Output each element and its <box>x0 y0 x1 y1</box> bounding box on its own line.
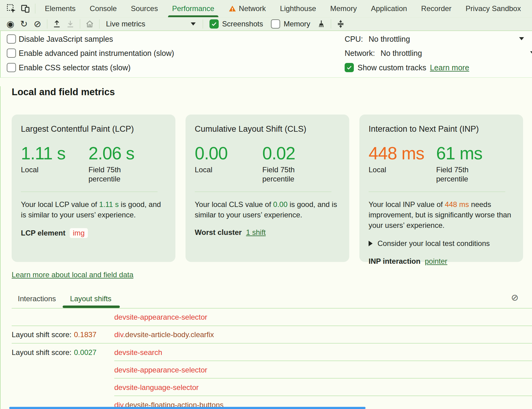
local-test-conditions-disclosure[interactable]: Consider your local test conditions <box>369 239 514 248</box>
layout-shift-row: Layout shift score:0.1837 div.devsite-ar… <box>12 326 532 344</box>
toolbar-divider <box>331 19 331 29</box>
node-link[interactable]: devsite-language-selector <box>114 383 199 391</box>
tab-label: Performance <box>172 4 214 13</box>
score-value: 0.1837 <box>74 330 96 339</box>
css-selector-stats-checkbox[interactable] <box>7 63 16 72</box>
reload-and-record-button[interactable]: ↻ <box>17 18 31 30</box>
css-selector-stats-option[interactable]: Enable CSS selector stats (slow) <box>7 62 131 73</box>
history-dropdown[interactable]: Live metrics <box>102 20 200 28</box>
tab-network[interactable]: Network <box>221 0 273 17</box>
card-divider <box>369 192 505 192</box>
tab-layout-shifts[interactable]: Layout shifts <box>70 294 111 303</box>
tab-sources[interactable]: Sources <box>124 0 165 17</box>
disclosure-label: Consider your local test conditions <box>377 239 490 248</box>
disclosure-triangle-icon <box>369 241 373 246</box>
memory-checkbox[interactable] <box>271 19 280 29</box>
learn-more-local-field-link[interactable]: Learn more about local and field data <box>12 271 133 279</box>
tab-lighthouse[interactable]: Lighthouse <box>273 0 323 17</box>
inp-description: Your local INP value of 448 ms needs imp… <box>369 199 514 231</box>
layout-shift-row: devsite-appearance-selector <box>12 361 532 379</box>
inp-inline-value: 448 ms <box>445 200 469 208</box>
disable-js-samples-option[interactable]: Disable JavaScript samples <box>7 33 113 45</box>
chevron-down-icon <box>519 37 524 40</box>
clear-log-button[interactable]: ⊘ <box>511 293 518 302</box>
live-metrics-view: Local and field metrics Largest Contentf… <box>0 86 532 409</box>
screenshots-toggle[interactable]: Screenshots <box>209 19 263 29</box>
tab-privacy-sandbox[interactable]: Privacy Sandbox <box>459 0 528 17</box>
card-divider <box>21 192 158 192</box>
chevron-down-icon <box>530 51 532 54</box>
disable-js-samples-checkbox[interactable] <box>7 34 16 44</box>
tab-elements[interactable]: Elements <box>38 0 83 17</box>
record-button[interactable]: ◉ <box>4 18 17 30</box>
custom-tracks-learn-more-link[interactable]: Learn more <box>430 63 469 72</box>
tab-application[interactable]: Application <box>364 0 414 17</box>
home-icon <box>85 20 94 28</box>
tab-memory[interactable]: Memory <box>323 0 364 17</box>
inp-interaction-link[interactable]: pointer <box>425 257 447 266</box>
cpu-throttling-select[interactable]: CPU: No throttling <box>345 33 532 45</box>
advanced-paint-option[interactable]: Enable advanced paint instrumentation (s… <box>7 48 174 59</box>
lcp-inline-value: 1.11 s <box>99 200 119 208</box>
node-link[interactable]: devsite-appearance-selector <box>114 313 207 321</box>
cls-field-value: 0.02 <box>262 144 330 163</box>
tab-recorder[interactable]: Recorder <box>414 0 459 17</box>
lcp-element-node-link[interactable]: img <box>70 228 88 238</box>
toolbar-divider <box>80 19 80 29</box>
cls-local-label: Local <box>195 165 244 174</box>
device-toolbar-button[interactable] <box>18 0 33 17</box>
toolbar-divider <box>47 19 47 29</box>
inp-card-title: Interaction to Next Paint (INP) <box>369 124 514 134</box>
show-custom-tracks-checkbox[interactable] <box>345 63 354 72</box>
node-link[interactable]: div <box>114 330 123 339</box>
inspect-element-button[interactable] <box>4 0 18 17</box>
devtools-window: Elements Console Sources Performance Net… <box>0 0 532 409</box>
cls-field-label: Field 75th percentile <box>262 165 311 184</box>
clear-icon: ⊘ <box>511 292 518 303</box>
device-toolbar-icon <box>21 4 30 13</box>
network-throttling-select[interactable]: Network: No throttling <box>345 48 532 59</box>
bottom-scroll-indicator[interactable] <box>9 407 366 409</box>
tab-performance[interactable]: Performance <box>165 0 221 17</box>
clear-button[interactable]: ⊘ <box>31 18 44 30</box>
cpu-value: No throttling <box>369 35 410 44</box>
save-profile-button[interactable] <box>64 18 77 30</box>
tab-label: Application <box>371 4 407 13</box>
collect-garbage-button[interactable] <box>315 18 328 30</box>
lcp-description: Your local LCP value of 1.11 s is good, … <box>21 199 166 220</box>
tab-label: Sources <box>131 4 158 13</box>
local-field-metrics-heading: Local and field metrics <box>12 86 522 98</box>
cls-local-value: 0.00 <box>195 144 262 163</box>
memory-toggle[interactable]: Memory <box>271 19 310 29</box>
screenshots-checkbox[interactable] <box>209 19 219 29</box>
node-link[interactable]: devsite-appearance-selector <box>114 366 207 374</box>
score-label: Layout shift score: <box>12 348 72 356</box>
option-label: Enable CSS selector stats (slow) <box>19 63 131 72</box>
score-label: Layout shift score: <box>12 330 72 339</box>
lcp-field-label: Field 75th percentile <box>88 165 138 184</box>
download-icon <box>66 20 75 28</box>
show-custom-tracks-option[interactable]: Show custom tracks Learn more <box>345 62 469 73</box>
load-profile-button[interactable] <box>50 18 64 30</box>
tab-console[interactable]: Console <box>83 0 124 17</box>
worst-cluster-label: Worst cluster <box>195 228 242 237</box>
lcp-element-label: LCP element <box>21 229 65 237</box>
network-warning-icon <box>229 5 236 13</box>
inp-field-label: Field 75th percentile <box>436 165 485 184</box>
node-link-classes[interactable]: .devsite-article-body.clearfix <box>123 330 214 339</box>
lcp-local-value: 1.11 s <box>21 144 88 163</box>
option-label: Disable JavaScript samples <box>19 35 113 44</box>
worst-cluster-link[interactable]: 1 shift <box>246 228 266 237</box>
advanced-paint-checkbox[interactable] <box>7 49 16 58</box>
collapse-panel-button[interactable] <box>334 18 347 30</box>
upload-icon <box>53 20 61 28</box>
screenshots-label: Screenshots <box>222 20 263 28</box>
tab-label: Memory <box>330 4 357 13</box>
node-link[interactable]: devsite-search <box>114 348 162 356</box>
tab-interactions[interactable]: Interactions <box>18 294 56 303</box>
broom-icon <box>317 20 326 28</box>
show-custom-tracks-label: Show custom tracks <box>358 63 426 72</box>
live-metrics-home-button[interactable] <box>83 18 96 30</box>
capture-settings-pane: Disable JavaScript samples Enable advanc… <box>0 31 532 78</box>
layout-shift-row: Layout shift score:0.0027 devsite-search <box>12 344 532 361</box>
